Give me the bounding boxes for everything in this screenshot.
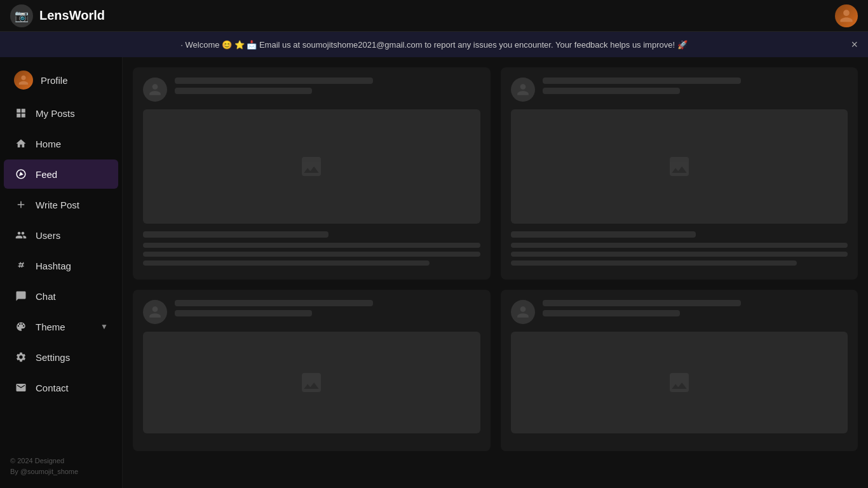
main-layout: Profile My Posts Home Feed xyxy=(0,57,868,488)
skeleton-username-4 xyxy=(543,300,741,306)
skeleton-text-1b xyxy=(143,252,480,257)
post-image-4 xyxy=(511,332,848,433)
user-avatar-header[interactable] xyxy=(835,4,858,27)
grid-icon xyxy=(14,106,28,120)
post-card-1 xyxy=(133,67,491,280)
skeleton-text-2a xyxy=(511,243,848,248)
skeleton-text-1a xyxy=(143,243,480,248)
skeleton-title-1 xyxy=(143,231,329,238)
chevron-down-icon: ▼ xyxy=(100,322,108,331)
sidebar-profile-label: Profile xyxy=(41,75,68,86)
sidebar-item-hashtag[interactable]: Hashtag xyxy=(4,251,118,280)
sidebar-home-label: Home xyxy=(36,139,61,149)
skeleton-username-2 xyxy=(543,78,741,84)
post-card-4 xyxy=(501,290,858,451)
sidebar-item-home[interactable]: Home xyxy=(4,129,118,158)
post-image-2 xyxy=(511,109,848,224)
skeleton-text-2c xyxy=(511,261,797,266)
sidebar-item-theme[interactable]: Theme ▼ xyxy=(4,312,118,341)
sidebar-item-settings[interactable]: Settings xyxy=(4,342,118,372)
post-card-2 xyxy=(501,67,858,280)
skeleton-text-2b xyxy=(511,252,848,257)
banner-close-button[interactable]: × xyxy=(851,38,858,51)
skeleton-username-3 xyxy=(175,300,373,306)
post-avatar-3 xyxy=(143,300,167,324)
sidebar-profile-avatar xyxy=(14,71,33,90)
post-meta-3 xyxy=(175,300,480,320)
posts-grid xyxy=(133,67,858,451)
footer-line1: © 2024 Designed xyxy=(10,456,112,467)
post-card-3 xyxy=(133,290,491,451)
skeleton-title-2 xyxy=(511,231,696,238)
post-avatar-2 xyxy=(511,78,535,102)
post-meta-2 xyxy=(543,78,848,98)
post-content-1 xyxy=(143,231,480,266)
sidebar-theme-label: Theme xyxy=(36,322,65,332)
main-content xyxy=(123,57,868,488)
chat-icon xyxy=(14,289,28,303)
footer-line2: By @soumojit_shome xyxy=(10,466,112,478)
post-header-2 xyxy=(511,78,848,102)
sidebar-item-my-posts[interactable]: My Posts xyxy=(4,98,118,128)
people-icon xyxy=(14,228,28,242)
skeleton-timestamp-2 xyxy=(543,88,680,94)
banner-text: · Welcome 😊 ⭐ 📩 Email us at soumojitshom… xyxy=(180,40,687,50)
sidebar-chat-label: Chat xyxy=(36,291,56,302)
home-icon xyxy=(14,137,28,151)
sidebar-feed-label: Feed xyxy=(36,169,57,180)
sidebar-hashtag-label: Hashtag xyxy=(36,261,71,271)
sidebar-item-profile[interactable]: Profile xyxy=(4,63,118,97)
skeleton-text-1c xyxy=(143,261,430,266)
post-image-1 xyxy=(143,109,480,224)
sidebar-write-post-label: Write Post xyxy=(36,200,79,210)
sidebar-item-contact[interactable]: Contact xyxy=(4,373,118,402)
skeleton-timestamp-4 xyxy=(543,310,680,316)
post-avatar-1 xyxy=(143,78,167,102)
plus-icon xyxy=(14,198,28,212)
skeleton-username-1 xyxy=(175,78,373,84)
sidebar: Profile My Posts Home Feed xyxy=(0,57,123,488)
sidebar-item-write-post[interactable]: Write Post xyxy=(4,190,118,219)
skeleton-timestamp-1 xyxy=(175,88,312,94)
palette-icon xyxy=(14,320,28,334)
sidebar-my-posts-label: My Posts xyxy=(36,108,75,119)
contact-icon xyxy=(14,381,28,395)
sidebar-users-label: Users xyxy=(36,230,60,241)
app-header: 📷 LensWorld xyxy=(0,0,868,32)
post-image-3 xyxy=(143,332,480,433)
sidebar-item-feed[interactable]: Feed xyxy=(4,159,118,189)
post-avatar-4 xyxy=(511,300,535,324)
sidebar-settings-label: Settings xyxy=(36,352,70,363)
app-title: LensWorld xyxy=(39,8,105,23)
post-header-1 xyxy=(143,78,480,102)
gear-icon xyxy=(14,350,28,364)
app-logo: 📷 xyxy=(10,4,33,27)
header-brand: 📷 LensWorld xyxy=(10,4,105,27)
sidebar-item-users[interactable]: Users xyxy=(4,220,118,250)
post-meta-4 xyxy=(543,300,848,320)
compass-icon xyxy=(14,167,28,181)
post-content-2 xyxy=(511,231,848,266)
sidebar-footer: © 2024 Designed By @soumojit_shome xyxy=(0,445,122,488)
post-meta-1 xyxy=(175,78,480,98)
notification-banner: · Welcome 😊 ⭐ 📩 Email us at soumojitshom… xyxy=(0,32,868,57)
sidebar-contact-label: Contact xyxy=(36,383,69,393)
hash-icon xyxy=(14,259,28,273)
post-header-3 xyxy=(143,300,480,324)
post-header-4 xyxy=(511,300,848,324)
skeleton-timestamp-3 xyxy=(175,310,312,316)
sidebar-item-chat[interactable]: Chat xyxy=(4,281,118,311)
